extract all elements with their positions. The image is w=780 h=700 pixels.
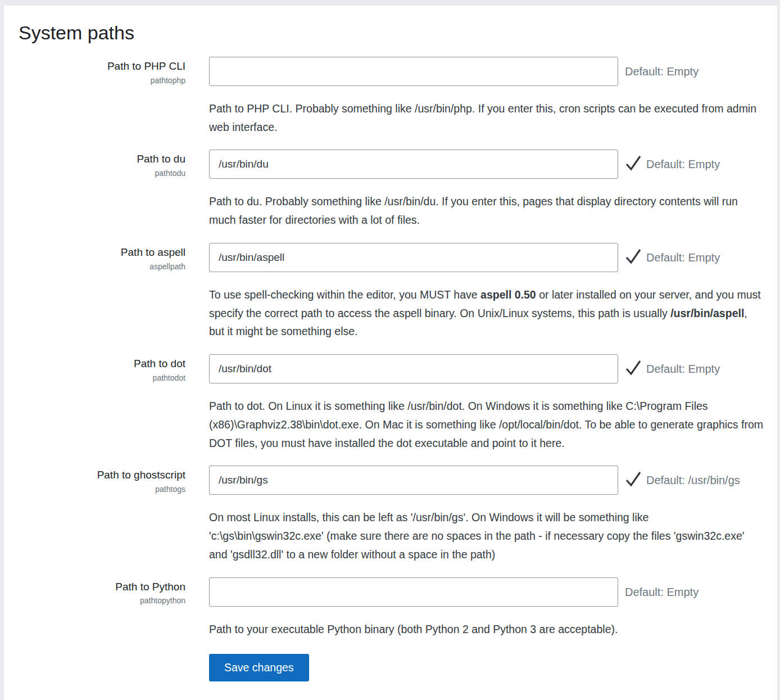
default-value-label: Default: Empty: [625, 582, 699, 600]
setting-path-input[interactable]: [209, 577, 618, 607]
setting-default-column: Default: Empty: [625, 150, 720, 173]
default-value-label: Default: /usr/bin/gs: [646, 471, 740, 489]
checkmark-icon: [625, 359, 642, 376]
setting-description: To use spell-checking within the editor,…: [209, 286, 765, 341]
setting-description: Path to du. Probably something like /usr…: [209, 192, 765, 229]
setting-block: Path to dot pathtodot Default: Empty Pat…: [19, 354, 777, 452]
default-value-label: Default: Empty: [646, 359, 720, 377]
setting-description: On most Linux installs, this can be left…: [209, 508, 765, 563]
save-changes-button[interactable]: Save changes: [209, 654, 309, 681]
setting-default-column: Default: Empty: [625, 243, 720, 266]
setting-path-input[interactable]: [209, 354, 618, 383]
setting-label-column: Path to ghostscript pathtogs: [19, 466, 185, 494]
setting-row: Path to dot pathtodot Default: Empty: [19, 354, 777, 383]
setting-row: Path to Python pathtopython Default: Emp…: [19, 577, 777, 607]
setting-label: Path to ghostscript: [19, 468, 185, 482]
setting-default-column: Default: Empty: [625, 57, 699, 80]
setting-label-column: Path to Python pathtopython: [19, 577, 185, 606]
setting-shortname: pathtodu: [19, 169, 185, 178]
setting-path-input[interactable]: [209, 466, 618, 495]
setting-label-column: Path to PHP CLI pathtophp: [19, 57, 185, 85]
setting-row: Path to aspell aspellpath Default: Empty: [19, 243, 777, 272]
setting-block: Path to PHP CLI pathtophp Default: Empty…: [19, 57, 777, 137]
setting-label: Path to Python: [19, 580, 185, 594]
setting-default-column: Default: /usr/bin/gs: [625, 466, 740, 489]
setting-shortname: pathtophp: [19, 76, 185, 85]
setting-label-column: Path to du pathtodu: [19, 150, 185, 178]
setting-block: Path to aspell aspellpath Default: Empty…: [19, 243, 777, 341]
setting-block: Path to ghostscript pathtogs Default: /u…: [19, 466, 777, 563]
default-value-label: Default: Empty: [646, 248, 720, 266]
fields: Path to PHP CLI pathtophp Default: Empty…: [19, 57, 777, 639]
setting-shortname: pathtopython: [19, 596, 185, 605]
setting-input-column: [209, 57, 618, 86]
setting-input-column: [209, 354, 618, 383]
checkmark-icon: [625, 471, 642, 487]
setting-description: Path to dot. On Linux it is something li…: [209, 397, 765, 452]
setting-input-column: [209, 150, 618, 179]
setting-label: Path to dot: [19, 357, 185, 371]
setting-label-column: Path to aspell aspellpath: [19, 243, 185, 271]
setting-description: Path to your executable Python binary (b…: [209, 620, 765, 639]
default-value-label: Default: Empty: [646, 155, 720, 173]
setting-label: Path to aspell: [19, 246, 185, 259]
checkmark-icon: [625, 248, 642, 265]
setting-label: Path to du: [19, 152, 185, 166]
setting-row: Path to PHP CLI pathtophp Default: Empty: [19, 57, 777, 86]
setting-default-column: Default: Empty: [625, 577, 699, 600]
settings-panel: System paths Path to PHP CLI pathtophp D…: [4, 6, 777, 700]
setting-input-column: [209, 577, 618, 607]
setting-shortname: pathtogs: [19, 485, 185, 494]
setting-path-input[interactable]: [209, 150, 618, 179]
setting-label: Path to PHP CLI: [19, 60, 185, 73]
setting-label-column: Path to dot pathtodot: [19, 354, 185, 382]
setting-block: Path to du pathtodu Default: Empty Path …: [19, 150, 777, 229]
setting-input-column: [209, 466, 618, 495]
setting-default-column: Default: Empty: [625, 354, 720, 377]
setting-shortname: aspellpath: [19, 262, 185, 271]
page-title: System paths: [19, 21, 777, 44]
setting-description: Path to PHP CLI. Probably something like…: [209, 100, 765, 137]
setting-path-input[interactable]: [209, 243, 618, 272]
setting-row: Path to ghostscript pathtogs Default: /u…: [19, 466, 777, 495]
setting-block: Path to Python pathtopython Default: Emp…: [19, 577, 777, 639]
setting-row: Path to du pathtodu Default: Empty: [19, 150, 777, 179]
setting-input-column: [209, 243, 618, 272]
setting-path-input[interactable]: [209, 57, 618, 86]
setting-shortname: pathtodot: [19, 373, 185, 382]
checkmark-icon: [625, 155, 642, 171]
default-value-label: Default: Empty: [625, 62, 699, 80]
